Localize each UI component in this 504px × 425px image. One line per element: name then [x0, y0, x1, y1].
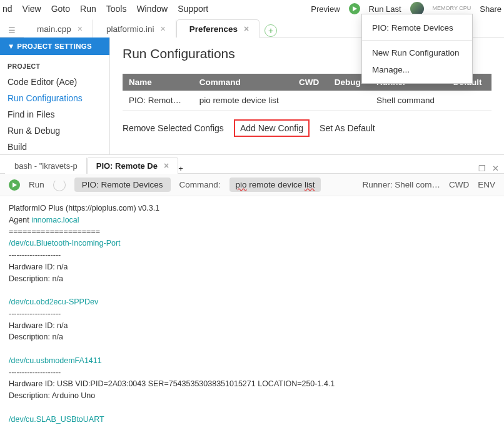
cwd-button[interactable]: CWD [449, 180, 469, 189]
run-icon[interactable] [9, 179, 20, 191]
tab-label: Preferences [189, 24, 238, 34]
device-path: /dev/cu.usbmodemFA1411 [9, 356, 102, 365]
command-input[interactable]: pio remote device list [229, 178, 321, 192]
add-console-tab-button[interactable]: + [178, 164, 183, 173]
menu-item-goto[interactable]: Goto [51, 1, 70, 16]
col-command: Command [193, 74, 293, 91]
divider [362, 40, 472, 41]
cell-name: PIO: Remot… [123, 91, 193, 111]
device-path: /dev/cu.SLAB_USBtoUART [9, 415, 104, 424]
tab-label: platformio.ini [106, 24, 154, 34]
cpu-label: CPU [459, 5, 471, 11]
table-row[interactable]: PIO: Remot… pio remote device list Shell… [123, 91, 491, 111]
sidebar-item-find-in-files[interactable]: Find in Files [0, 106, 109, 122]
tab-pio-remote[interactable]: PIO: Remote De× [87, 157, 178, 174]
run-label[interactable]: Run [29, 180, 44, 189]
cell-command: pio remote device list [193, 91, 293, 111]
device-path: /dev/cu.Bluetooth-Incoming-Port [9, 239, 121, 248]
run-dropdown: PIO: Remote Devices New Run Configuratio… [361, 14, 473, 84]
cell-default [447, 91, 491, 111]
settings-sidebar: ▼ PROJECT SETTINGS PROJECT Code Editor (… [0, 38, 110, 154]
maximize-icon[interactable]: ❐ [478, 164, 486, 173]
runner-bar: Run PIO: Remote Devices Command: pio rem… [0, 174, 504, 196]
run-last-button[interactable]: Run Last [369, 4, 401, 14]
tab-main-cpp[interactable]: main.cpp× [24, 19, 93, 38]
cell-debug [328, 91, 370, 111]
tab-platformio-ini[interactable]: platformio.ini× [93, 19, 176, 38]
tab-label: bash - "ikravets-p [14, 161, 78, 171]
close-panel-icon[interactable]: ✕ [492, 164, 499, 173]
table-actions: Remove Selected Configs Add New Config S… [123, 119, 491, 137]
memory-label: MEMORY [433, 5, 458, 11]
tabs-menu-icon[interactable]: ☰ [5, 23, 19, 37]
cell-runner: Shell command [370, 91, 447, 111]
preview-button[interactable]: Preview [311, 4, 340, 14]
close-icon[interactable]: × [244, 24, 249, 34]
command-label: Command: [179, 180, 221, 189]
menu-item-tools[interactable]: Tools [106, 1, 127, 16]
col-name: Name [123, 74, 193, 91]
runner-selector[interactable]: Runner: Shell com… [362, 180, 440, 189]
set-default-button[interactable]: Set As Default [320, 123, 375, 133]
console-tabs: bash - "ikravets-p PIO: Remote De× + ❐ ✕ [0, 155, 504, 174]
sidebar-item-code-editor[interactable]: Code Editor (Ace) [0, 74, 109, 90]
runner-chip[interactable]: PIO: Remote Devices [74, 178, 171, 192]
col-cwd: CWD [293, 74, 328, 91]
share-button[interactable]: Share [480, 4, 501, 14]
close-icon[interactable]: × [78, 24, 83, 34]
device-path: /dev/cu.obd2ecu-SPPDev [9, 298, 98, 306]
dropdown-item-manage[interactable]: Manage... [362, 61, 472, 78]
menu-item-run[interactable]: Run [80, 1, 96, 16]
sidebar-item-build[interactable]: Build [0, 139, 109, 154]
restart-icon[interactable] [53, 179, 66, 191]
dropdown-item-new-run-config[interactable]: New Run Configuration [362, 44, 472, 61]
menu-item-window[interactable]: Window [136, 1, 168, 16]
remove-configs-button[interactable]: Remove Selected Configs [123, 123, 224, 133]
cell-cwd [293, 91, 328, 111]
section-label: PROJECT [0, 55, 109, 74]
tab-label: main.cpp [37, 24, 71, 34]
menu-item-support[interactable]: Support [178, 1, 208, 16]
sidebar-item-run-debug[interactable]: Run & Debug [0, 122, 109, 139]
close-icon[interactable]: × [164, 161, 169, 171]
env-button[interactable]: ENV [478, 180, 495, 189]
project-settings-header[interactable]: ▼ PROJECT SETTINGS [0, 38, 109, 55]
terminal-output: PlatformIO Plus (https://pioplus.com) v0… [0, 196, 504, 425]
menu-item-view[interactable]: View [23, 1, 41, 16]
tab-label: PIO: Remote De [96, 161, 158, 171]
add-new-config-button[interactable]: Add New Config [234, 119, 310, 137]
add-tab-button[interactable]: + [265, 24, 277, 37]
resource-meter: MEMORY CPU [433, 6, 471, 12]
dropdown-item-remote-devices[interactable]: PIO: Remote Devices [362, 19, 472, 36]
tab-bash[interactable]: bash - "ikravets-p [5, 158, 87, 174]
tab-preferences[interactable]: Preferences× [176, 19, 260, 38]
close-icon[interactable]: × [161, 24, 166, 34]
menu-item[interactable]: nd [3, 1, 13, 16]
run-icon[interactable] [349, 3, 360, 14]
sidebar-item-run-configurations[interactable]: Run Configurations [0, 90, 109, 106]
